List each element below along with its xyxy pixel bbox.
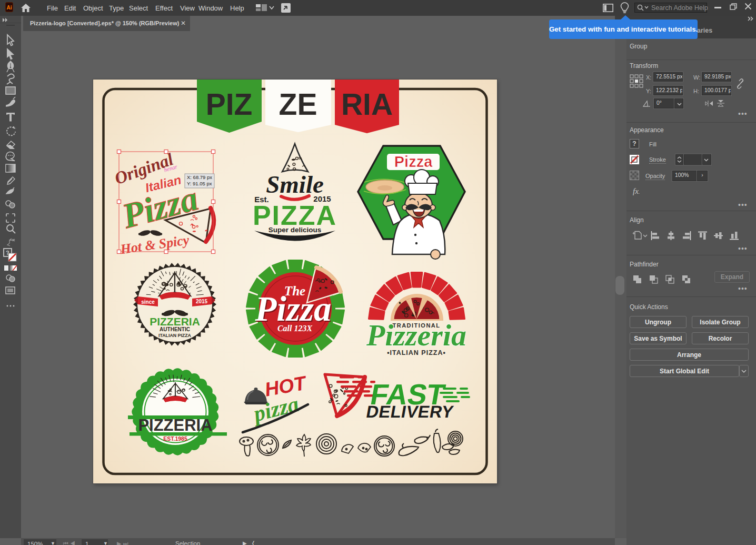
svg-text:Y: 91.05 px: Y: 91.05 px [187,181,212,186]
svg-text:Pizza: Pizza [254,289,331,328]
svg-text:Pizza: Pizza [394,153,433,170]
svg-text:RIA: RIA [341,87,393,121]
svg-text:since: since [141,299,155,305]
svg-text:PIZZERIA: PIZZERIA [138,416,212,434]
svg-text:PIZZERIA: PIZZERIA [150,315,200,328]
svg-text:PIZ: PIZ [206,87,253,121]
svg-text:DELIVERY: DELIVERY [365,402,455,421]
svg-text:Call 123X: Call 123X [277,324,313,333]
svg-text:EST.1985: EST.1985 [163,435,187,442]
svg-text:X: 68.79 px: X: 68.79 px [187,174,212,180]
svg-text:Super delicious: Super delicious [268,226,322,234]
svg-text:•ITALIAN PIZZA•: •ITALIAN PIZZA• [387,349,446,356]
svg-text:ITALIAN PIZZA: ITALIAN PIZZA [158,333,192,338]
svg-text:ZE: ZE [279,87,317,121]
svg-text:AUTHENTIC: AUTHENTIC [160,326,190,332]
svg-text:Pizzeria: Pizzeria [366,318,466,352]
svg-text:2015: 2015 [196,299,208,304]
